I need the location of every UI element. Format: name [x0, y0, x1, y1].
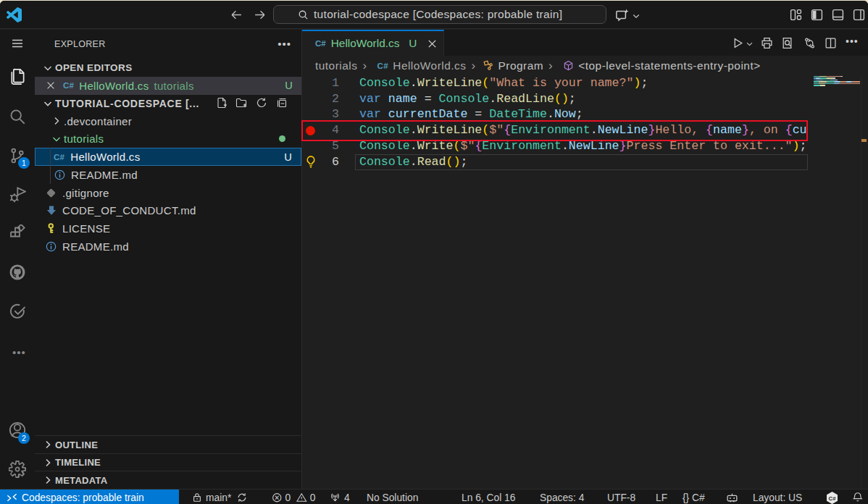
svg-text:C#: C# — [829, 495, 837, 501]
